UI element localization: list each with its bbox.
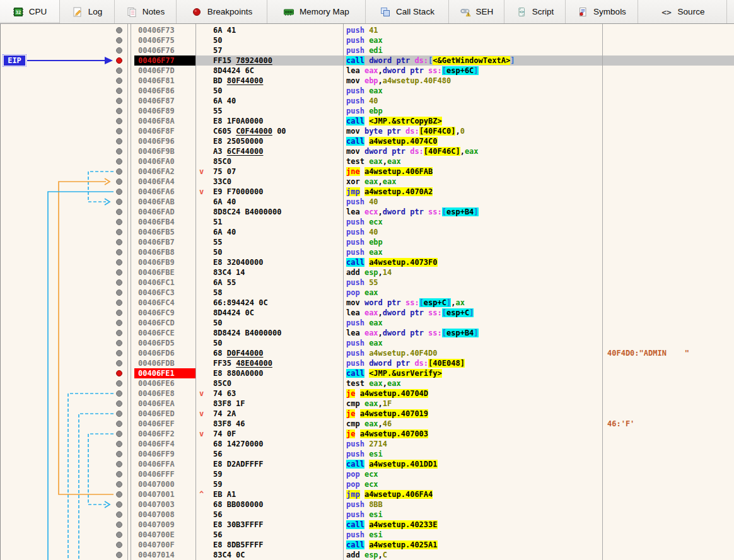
breakpoint-dot[interactable]	[116, 239, 122, 245]
disasm-row[interactable]: 00406F81BD 80F44000mov ebp,a4wsetup.40F4…	[1, 76, 734, 86]
breakpoint-dot[interactable]	[116, 360, 122, 366]
breakpoint-dot[interactable]	[116, 330, 122, 336]
disasm-row[interactable]: 0040700059pop ecx	[1, 479, 734, 489]
breakpoint-dot[interactable]	[116, 67, 122, 74]
breakpoint-dot[interactable]	[116, 501, 122, 508]
disasm-row[interactable]: 00406F8650push eax	[1, 86, 734, 96]
breakpoint-dot[interactable]	[116, 390, 122, 397]
tab-notes[interactable]: Notes	[115, 0, 177, 23]
disasm-row[interactable]: 0040700E56push esi	[1, 530, 734, 540]
disasm-row[interactable]: 00406FBE83C4 14add esp,14	[1, 267, 734, 277]
disasm-row[interactable]: 00406F8FC605 C0F44000 00mov byte ptr ds:…	[1, 126, 734, 136]
breakpoint-dot[interactable]	[116, 199, 122, 205]
breakpoint-dot[interactable]	[116, 118, 122, 124]
disasm-row[interactable]: 00406F7D8D4424 6Clea eax,dword ptr ss:[e…	[1, 66, 734, 76]
disasm-row[interactable]: 00406F77FF15 78924000call dword ptr ds:[…	[1, 55, 734, 66]
disasm-row[interactable]: 00406FC16A 55push 55	[1, 277, 734, 288]
breakpoint-dot[interactable]	[116, 411, 122, 417]
disasm-row[interactable]: 00406FB9E8 32040000call a4wsetup.4073F0	[1, 257, 734, 267]
breakpoint-dot[interactable]	[116, 88, 122, 94]
breakpoint-dot[interactable]	[116, 370, 122, 376]
disasm-row[interactable]: 00406FB451push ecx	[1, 217, 734, 227]
disasm-row[interactable]: v00406FA6E9 F7000000jmp a4wsetup.4070A2	[1, 187, 734, 197]
disasm-row[interactable]: 00406F7657push edi	[1, 45, 734, 55]
disasm-row[interactable]: 00406FAD8D8C24 B4000000lea ecx,dword ptr…	[1, 207, 734, 217]
breakpoint-dot[interactable]	[116, 219, 122, 225]
disasm-row[interactable]: 00406F96E8 25050000call a4wsetup.4074C0	[1, 136, 734, 146]
breakpoint-dot[interactable]	[116, 491, 122, 498]
disasm-row[interactable]: 0040700368 BB080000push 8BB	[1, 499, 734, 510]
tab-log[interactable]: Log	[60, 0, 115, 23]
tab-source[interactable]: <> Source	[638, 0, 727, 23]
disasm-row[interactable]: 00406F8AE8 1F0A0000call <JMP.&strCopyBZ>	[1, 116, 734, 126]
breakpoint-dot[interactable]	[116, 522, 122, 528]
breakpoint-dot[interactable]	[116, 451, 122, 457]
disasm-row[interactable]: 00407009E8 30B3FFFFcall a4wsetup.40233E	[1, 520, 734, 530]
breakpoint-dot[interactable]	[116, 300, 122, 306]
tab-cpu[interactable]: 32 CPU	[0, 0, 60, 23]
breakpoint-dot[interactable]	[116, 431, 122, 437]
disasm-row[interactable]: 0040700FE8 8DB5FFFFcall a4wsetup.4025A1	[1, 540, 734, 550]
breakpoint-dot[interactable]	[116, 532, 122, 538]
breakpoint-dot[interactable]	[116, 542, 122, 548]
tab-breakpoints[interactable]: Breakpoints	[177, 0, 267, 23]
disasm-row[interactable]: 00406F736A 41push 41	[1, 25, 734, 35]
disasm-row[interactable]: 00406FCE8D8424 B4000000lea eax,dword ptr…	[1, 328, 734, 338]
disasm-row[interactable]: 00406FB755push ebp	[1, 237, 734, 247]
breakpoint-dot[interactable]	[116, 138, 122, 144]
breakpoint-dot[interactable]	[116, 229, 122, 235]
breakpoint-dot[interactable]	[116, 37, 122, 44]
disasm-row[interactable]: 00406FC466:894424 0Cmov word ptr ss:[esp…	[1, 298, 734, 308]
breakpoint-dot[interactable]	[116, 481, 122, 487]
breakpoint-dot[interactable]	[116, 289, 122, 296]
disasm-row[interactable]: 00406FFAE8 D2ADFFFFcall a4wsetup.401DD1	[1, 459, 734, 469]
breakpoint-dot[interactable]	[116, 128, 122, 134]
disasm-row[interactable]: 00406FD668 D0F44000push a4wsetup.40F4D04…	[1, 348, 734, 358]
disasm-row[interactable]: 0040700856push esi	[1, 510, 734, 520]
disasm-row[interactable]: 00406FAB6A 40push 40	[1, 197, 734, 207]
disasm-row[interactable]: 00406F9BA3 6CF44000mov dword ptr ds:[40F…	[1, 146, 734, 156]
disasm-row[interactable]: 00406FA085C0test eax,eax	[1, 156, 734, 166]
disasm-row[interactable]: 00406F8955push ebp	[1, 106, 734, 116]
disasm-row[interactable]: v00406FA275 07jne a4wsetup.406FAB	[1, 166, 734, 177]
breakpoint-dot[interactable]	[116, 148, 122, 155]
tab-symbols[interactable]: Symbols	[566, 0, 638, 23]
disasm-row[interactable]: 00406FD550push eax	[1, 338, 734, 348]
breakpoint-dot[interactable]	[116, 279, 122, 286]
breakpoint-dot[interactable]	[116, 259, 122, 265]
breakpoint-dot[interactable]	[116, 168, 122, 175]
breakpoint-dot[interactable]	[116, 189, 122, 195]
disasm-row[interactable]: 00406FC98D4424 0Clea eax,dword ptr ss:[e…	[1, 308, 734, 318]
disasm-row[interactable]: 00406FB56A 40push 40	[1, 227, 734, 237]
breakpoint-dot[interactable]	[116, 158, 122, 165]
disasm-row[interactable]: 00406FF956push esi	[1, 449, 734, 459]
breakpoint-dot[interactable]	[116, 340, 122, 346]
breakpoint-dot[interactable]	[116, 380, 122, 387]
disasm-row[interactable]: 00406F7550push eax	[1, 35, 734, 45]
breakpoint-dot[interactable]	[116, 249, 122, 255]
breakpoint-dot[interactable]	[116, 350, 122, 356]
tab-memory-map[interactable]: Memory Map	[267, 0, 366, 23]
breakpoint-dot[interactable]	[116, 421, 122, 427]
breakpoint-dot[interactable]	[116, 27, 122, 33]
breakpoint-dot[interactable]	[116, 57, 122, 64]
disasm-row[interactable]: 00406FC358pop eax	[1, 288, 734, 298]
breakpoint-dot[interactable]	[116, 78, 122, 84]
disasm-row[interactable]: 00406FF468 14270000push 2714	[1, 439, 734, 449]
breakpoint-dot[interactable]	[116, 511, 122, 518]
breakpoint-dot[interactable]	[116, 269, 122, 276]
breakpoint-dot[interactable]	[116, 471, 122, 477]
breakpoint-dot[interactable]	[116, 552, 122, 558]
disasm-row[interactable]: ^00407001EB A1jmp a4wsetup.406FA4	[1, 489, 734, 499]
breakpoint-dot[interactable]	[116, 47, 122, 54]
disasm-row[interactable]: 00406FFF59pop ecx	[1, 469, 734, 479]
breakpoint-dot[interactable]	[116, 178, 122, 185]
disasm-row[interactable]: 00406FDBFF35 48E04000push dword ptr ds:[…	[1, 358, 734, 368]
tab-call-stack[interactable]: Call Stack	[366, 0, 449, 23]
breakpoint-dot[interactable]	[116, 108, 122, 114]
disasm-row[interactable]: 00406F876A 40push 40	[1, 96, 734, 106]
disasm-row[interactable]: v00406FF274 0Fje a4wsetup.407003	[1, 429, 734, 439]
breakpoint-dot[interactable]	[116, 461, 122, 467]
breakpoint-dot[interactable]	[116, 98, 122, 104]
tab-seh[interactable]: SEH	[449, 0, 504, 23]
